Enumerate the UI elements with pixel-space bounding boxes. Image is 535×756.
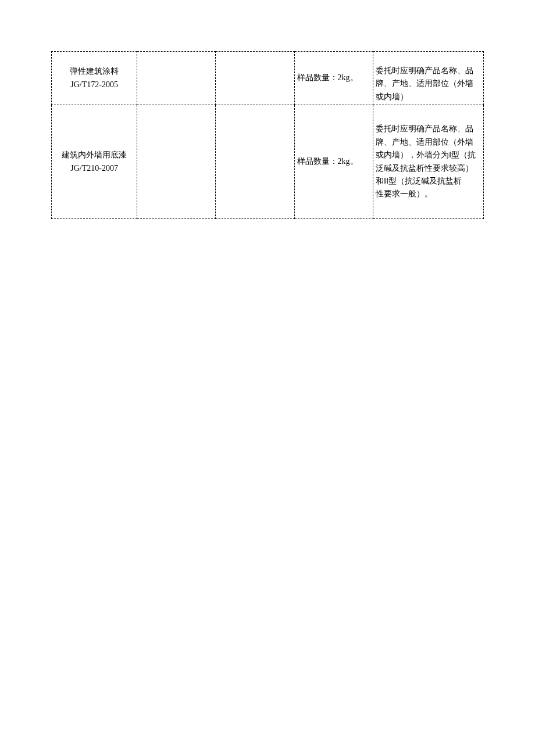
product-name-cell: 建筑内外墙用底漆JG/T210-2007 [52, 105, 137, 219]
empty-cell [216, 52, 294, 105]
note-cell: 委托时应明确产品名称、品牌、产地、适用部位（外墙或内墙） [373, 52, 483, 105]
empty-cell [216, 105, 294, 219]
table-row: 弹性建筑涂料JG/T172-2005 样品数量：2kg。 委托时应明确产品名称、… [52, 52, 484, 105]
table-row: 建筑内外墙用底漆JG/T210-2007 样品数量：2kg。 委托时应明确产品名… [52, 105, 484, 219]
product-name-cell: 弹性建筑涂料JG/T172-2005 [52, 52, 137, 105]
sample-quantity-cell: 样品数量：2kg。 [294, 52, 373, 105]
sample-quantity-cell: 样品数量：2kg。 [294, 105, 373, 219]
specification-table: 弹性建筑涂料JG/T172-2005 样品数量：2kg。 委托时应明确产品名称、… [51, 51, 484, 219]
empty-cell [137, 105, 216, 219]
empty-cell [137, 52, 216, 105]
note-cell: 委托时应明确产品名称、品牌、产地、适用部位（外墙或内墙），外墙分为Ⅰ型（抗泛碱及… [373, 105, 483, 219]
